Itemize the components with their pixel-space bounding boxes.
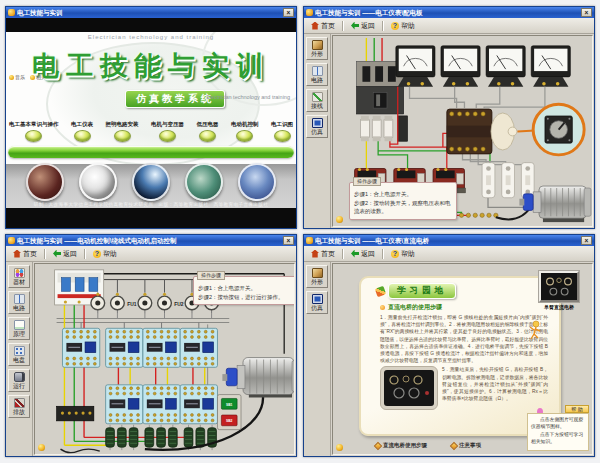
bridge-photo xyxy=(384,370,434,406)
menu-item-motor-control[interactable]: 电动机控制 xyxy=(231,121,259,142)
help-icon: ? xyxy=(391,250,399,258)
home-icon xyxy=(311,22,319,30)
menu-item-lowvoltage[interactable]: 低压电器 xyxy=(197,121,219,142)
music-icon[interactable] xyxy=(38,444,45,451)
changeover-switch[interactable] xyxy=(447,109,517,154)
menu-item-basics[interactable]: 电工基本常识与操作 xyxy=(9,121,59,142)
contactor-km5[interactable] xyxy=(106,385,143,424)
contactor-km3[interactable] xyxy=(143,328,180,367)
back-icon xyxy=(351,250,359,258)
magnifier-callout xyxy=(517,104,584,155)
back-button[interactable]: 返回 xyxy=(347,20,379,32)
close-button[interactable]: × xyxy=(283,8,294,17)
sidebar-item-panel[interactable]: 电盘 xyxy=(8,343,30,366)
menu-button-icon[interactable] xyxy=(274,130,291,142)
bullet-icon xyxy=(380,305,385,310)
window-title: 电工技能与实训 ——电动机控制\绕线式电动机启动控制 xyxy=(17,235,281,246)
sidebar-item-circuit[interactable]: 电路 xyxy=(306,63,328,86)
menu-item-motors-transformers[interactable]: 电机与变压器 xyxy=(151,121,184,142)
document-icon xyxy=(14,320,25,330)
menu-item-instruments[interactable]: 电工仪表 xyxy=(71,121,93,142)
menu-item-lighting[interactable]: 照明电路安装 xyxy=(106,121,139,142)
app-icon xyxy=(306,237,313,244)
contactor-km4[interactable] xyxy=(180,328,217,367)
wiring-icon xyxy=(312,92,323,102)
fuse-link-1[interactable] xyxy=(482,163,495,198)
music-icon[interactable] xyxy=(336,444,343,451)
pliers-icon xyxy=(14,398,25,408)
contactor-km7[interactable] xyxy=(180,385,217,424)
contactor-km2[interactable] xyxy=(106,328,143,367)
window-title: 电工技能与实训 ——电工仪表\直流电桥 xyxy=(315,235,579,246)
monitor-icon xyxy=(312,118,323,128)
home-button[interactable]: 首页 xyxy=(9,248,41,260)
letterbox-bottom xyxy=(6,208,296,228)
toolbar: 首页 返回 ?帮助 xyxy=(6,246,296,262)
credit-line: 研制：大连海事大学信息工程学院仿真教育技术研究所 出版：高等教育出版社 高等教育… xyxy=(6,202,296,207)
menu-button-icon[interactable] xyxy=(159,130,176,142)
stop-button-label: SB2 xyxy=(226,419,233,423)
window-dc-bridge: 电工技能与实训 ——电工仪表\直流电桥 × 首页 返回 ?帮助 外形 仿真 学习… xyxy=(303,234,595,457)
menu-button-icon[interactable] xyxy=(25,130,42,142)
start-resistor xyxy=(106,425,115,450)
close-button[interactable]: × xyxy=(581,236,592,245)
sidebar-item-equipment[interactable]: 器材 xyxy=(8,265,30,288)
home-icon xyxy=(311,250,319,258)
sidebar-item-troubleshoot[interactable]: 排故 xyxy=(8,395,30,418)
home-button[interactable]: 首页 xyxy=(307,248,339,260)
english-subtitle: Electrician technology and training xyxy=(206,94,290,100)
instrument-thumbnail[interactable] xyxy=(539,271,579,302)
help-icon: ? xyxy=(93,250,101,258)
bridge-photo-frame[interactable] xyxy=(380,366,438,410)
sidebar-item-circuit[interactable]: 电路 xyxy=(8,291,30,314)
sidebar-item-wiring[interactable]: 接线 xyxy=(306,89,328,112)
menu-button-icon[interactable] xyxy=(236,130,253,142)
close-button[interactable]: × xyxy=(283,236,294,245)
help-button[interactable]: ?帮助 xyxy=(387,20,419,32)
close-button[interactable]: × xyxy=(581,8,592,17)
start-resistor xyxy=(208,425,217,450)
section-heading: 直流电桥的使用步骤 xyxy=(388,303,442,312)
music-icon[interactable] xyxy=(336,216,343,223)
fuse-fu2-a[interactable] xyxy=(158,292,172,313)
photo-motor xyxy=(185,163,223,201)
fuse-link-3[interactable] xyxy=(521,163,534,198)
voltmeter-2[interactable] xyxy=(531,46,570,87)
contactor-km1[interactable] xyxy=(62,328,99,367)
contactor-km6[interactable] xyxy=(143,385,180,424)
sidebar-item-run[interactable]: 运行 xyxy=(8,369,30,392)
motor[interactable] xyxy=(222,358,294,398)
link-usage-steps[interactable]: 直流电桥使用步骤 xyxy=(375,442,427,449)
sidebar: 外形 电路 接线 仿真 xyxy=(304,34,331,228)
home-button[interactable]: 首页 xyxy=(307,20,339,32)
menu-button-icon[interactable] xyxy=(114,130,131,142)
sidebar-item-simulation[interactable]: 仿真 xyxy=(306,291,328,314)
pencil-icon xyxy=(375,285,387,297)
fuse-fu1-b[interactable] xyxy=(111,292,125,313)
sidebar-item-simulation[interactable]: 仿真 xyxy=(306,115,328,138)
menu-item-diagrams[interactable]: 电工识图 xyxy=(271,121,293,142)
line-fuses[interactable] xyxy=(360,116,407,141)
steps-paragraph-2: 5．测量结束后，先松开按钮 G，再松开按钮 B，切断电源。拆除被测电阻，记录数据… xyxy=(442,366,548,402)
link-precautions[interactable]: 注意事项 xyxy=(451,442,481,449)
help-tab: 帮 助 xyxy=(565,405,589,413)
voltmeter-1[interactable] xyxy=(486,46,525,87)
fuse-fu1-c[interactable] xyxy=(138,292,152,313)
circuit-icon xyxy=(312,66,323,76)
help-button[interactable]: ?帮助 xyxy=(387,248,419,260)
menu-button-icon[interactable] xyxy=(199,130,216,142)
sidebar: 器材 电路 原理 电盘 运行 排故 xyxy=(6,262,33,456)
learning-canvas: 学习园地 直流电桥的使用步骤 1．测量前先打开检流计锁扣，即将 G 接线柱处的金… xyxy=(332,263,593,455)
toolbar: 首页 返回 ?帮助 xyxy=(304,246,594,262)
sidebar-item-principle[interactable]: 原理 xyxy=(8,317,30,340)
ammeter-1[interactable] xyxy=(396,46,435,87)
back-button[interactable]: 返回 xyxy=(49,248,81,260)
fuse-link-2[interactable] xyxy=(502,163,515,198)
sidebar-item-appearance[interactable]: 外形 xyxy=(306,265,328,288)
sidebar-item-appearance[interactable]: 外形 xyxy=(306,37,328,60)
help-button[interactable]: ?帮助 xyxy=(89,248,121,260)
back-button[interactable]: 返回 xyxy=(347,248,379,260)
ammeter-2[interactable] xyxy=(441,46,480,87)
menu-button-icon[interactable] xyxy=(74,130,91,142)
diamond-icon xyxy=(374,441,382,449)
